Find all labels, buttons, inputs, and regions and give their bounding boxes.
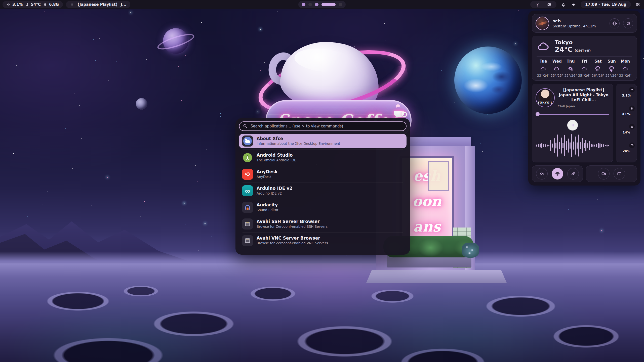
forecast-day: Tue 33°/24° xyxy=(537,59,550,77)
forecast-day: Fri 35°/26° xyxy=(578,59,591,77)
user-name: seb xyxy=(553,19,606,23)
cloud-icon xyxy=(622,65,629,72)
avatar[interactable] xyxy=(536,17,549,30)
app-name: Avahi SSH Server Browser xyxy=(257,219,328,224)
moon-surface xyxy=(0,263,644,362)
app-item-audacity[interactable]: Audacity Sound Editor xyxy=(239,200,407,214)
clock[interactable]: 17:09 - Tue, 19 Aug xyxy=(581,1,631,8)
ringed-planet xyxy=(163,28,189,54)
menu-poster xyxy=(428,161,449,191)
disk-gauge: 24% xyxy=(619,144,634,158)
weather-temp: 24°C xyxy=(555,46,573,53)
shop-platform xyxy=(366,270,507,283)
app-item-avahi-ssh[interactable]: Avahi SSH Server Browser Browse for Zero… xyxy=(239,217,407,231)
app-name: Avahi VNC Server Browser xyxy=(257,236,328,241)
thermometer-icon xyxy=(25,3,29,7)
system-gauges-card: 3.1% 54°C 14% 24% xyxy=(616,84,637,162)
wallpaper-tray-icon[interactable] xyxy=(545,1,553,8)
screenshot-icon xyxy=(617,171,622,176)
sun-cloud-icon xyxy=(568,65,574,72)
small-moon xyxy=(136,98,147,110)
balanced-mode-button[interactable] xyxy=(552,168,563,179)
media-pill[interactable]: 【Japanese Playlist】 J... xyxy=(66,1,131,8)
app-item-android-studio[interactable]: Android Studio The official Android IDE xyxy=(239,151,407,165)
gauge-icon xyxy=(7,3,11,7)
search-input[interactable] xyxy=(239,121,407,131)
weather-card: Tokyo 24°C (GMT+9) Tue 33°/24° Wed 35°/2… xyxy=(532,36,637,81)
storm-icon xyxy=(609,65,615,72)
tray-app-icon[interactable] xyxy=(534,1,541,8)
workspace-dot[interactable] xyxy=(302,3,305,6)
window-neon-word: ans xyxy=(413,218,441,235)
audacity-app-icon xyxy=(242,202,253,213)
forecast-day: Wed 35°/25° xyxy=(550,59,564,77)
app-item-arduino[interactable]: ∞ Arduino IDE v2 Arduino IDE v2 xyxy=(239,184,407,198)
top-bar: 3.1% 54°C 6.8G 【Japanese Playlist】 J... xyxy=(0,0,644,9)
slider-thumb[interactable] xyxy=(536,112,540,116)
workspace-dot[interactable] xyxy=(308,3,312,6)
pause-icon xyxy=(70,3,73,6)
system-stats-pill[interactable]: 3.1% 54°C 6.8G xyxy=(3,1,63,8)
scales-icon xyxy=(555,171,560,176)
app-item-avahi-vnc[interactable]: Avahi VNC Server Browser Browse for Zero… xyxy=(239,234,407,248)
android-studio-app-icon xyxy=(242,152,253,163)
neon-cup-icon xyxy=(394,111,404,117)
volume-icon[interactable] xyxy=(570,1,578,8)
power-saver-mode-button[interactable] xyxy=(567,168,579,179)
weekly-forecast: Tue 33°/24° Wed 35°/25° Thu 33°/26° Fri … xyxy=(537,59,632,77)
app-desc: Information about the Xfce Desktop Envir… xyxy=(257,142,340,146)
app-desc: AnyDesk xyxy=(257,175,277,179)
notifications-bell-icon[interactable] xyxy=(559,1,567,8)
track-subtitle: Chill Japan. xyxy=(558,104,610,108)
anydesk-app-icon xyxy=(242,169,253,180)
power-button[interactable] xyxy=(623,18,633,28)
album-art[interactable]: TOKYO L xyxy=(536,88,555,107)
forecast-day: Thu 33°/26° xyxy=(564,59,578,77)
earth-planet xyxy=(454,47,522,114)
album-art-text: TOKYO L xyxy=(536,101,554,104)
workspace-dot-active[interactable] xyxy=(321,3,336,6)
slider-track xyxy=(536,114,609,115)
cloud-icon xyxy=(540,65,547,72)
power-icon xyxy=(626,21,631,26)
media-pill-label: 【Japanese Playlist】 J... xyxy=(76,2,127,7)
workspace-switcher[interactable] xyxy=(298,1,346,8)
xfce-app-icon xyxy=(242,135,253,147)
app-name: About Xfce xyxy=(257,136,340,141)
search-icon xyxy=(243,124,248,129)
avahi-vnc-app-icon xyxy=(242,235,253,246)
app-grid-icon[interactable] xyxy=(634,1,641,8)
gauge-icon xyxy=(539,171,544,176)
system-uptime: System Uptime: 4h11m xyxy=(553,24,606,28)
screen-record-button[interactable] xyxy=(598,168,610,179)
app-desc: Sound Editor xyxy=(257,208,278,212)
system-tray xyxy=(530,1,556,8)
app-item-about-xfce[interactable]: About Xfce Information about the Xfce De… xyxy=(239,134,407,148)
side-panel: seb System Uptime: 4h11m Tokyo 24°C (GMT… xyxy=(528,11,640,186)
rain-icon xyxy=(595,65,601,72)
temp-stat: 54°C xyxy=(25,2,41,7)
workspace-dot[interactable] xyxy=(339,3,342,6)
flower-pot xyxy=(462,243,479,258)
app-item-anydesk[interactable]: AnyDesk AnyDesk xyxy=(239,167,407,181)
arduino-app-icon: ∞ xyxy=(242,185,253,196)
avahi-ssh-app-icon xyxy=(242,218,253,230)
cloud-icon xyxy=(581,65,588,72)
pause-button[interactable] xyxy=(567,120,578,131)
workspace-dot[interactable] xyxy=(315,3,318,6)
memory-gauge: 14% xyxy=(619,125,634,140)
settings-button[interactable] xyxy=(610,18,620,28)
user-card: seb System Uptime: 4h11m xyxy=(532,14,637,33)
chip-icon xyxy=(43,3,47,7)
audio-visualizer xyxy=(536,133,610,159)
seek-slider[interactable] xyxy=(536,112,610,116)
weather-city: Tokyo xyxy=(555,39,591,46)
disk-icon xyxy=(629,143,635,148)
window-neon-word: oon xyxy=(412,193,441,209)
thermometer-icon xyxy=(629,106,635,111)
app-name: Audacity xyxy=(257,203,278,208)
weather-cloud-icon xyxy=(537,40,551,53)
track-title: 【Japanese Playlist】 Japan All Night - To… xyxy=(558,87,610,103)
screenshot-button[interactable] xyxy=(614,168,625,179)
performance-mode-button[interactable] xyxy=(536,168,548,179)
